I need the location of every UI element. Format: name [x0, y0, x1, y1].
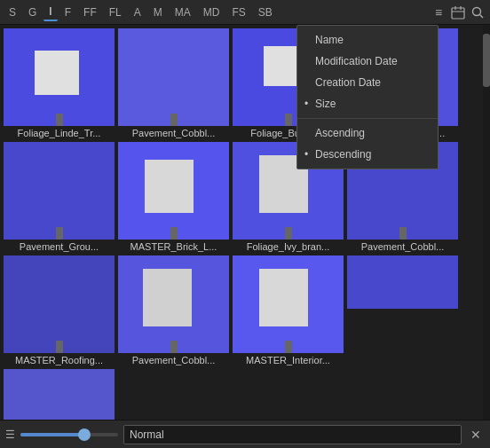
sort-ascending[interactable]: Ascending — [297, 122, 438, 144]
list-item[interactable]: Foliage_Linde_Tr... — [4, 28, 115, 138]
scrollbar-thumb[interactable] — [483, 34, 490, 87]
thumbnail-image — [347, 255, 458, 309]
svg-rect-0 — [452, 8, 464, 19]
zoom-slider-thumb[interactable] — [78, 428, 91, 441]
tab-M[interactable]: M — [148, 4, 168, 20]
tab-A[interactable]: A — [129, 4, 146, 20]
thumbnail-image — [4, 255, 115, 353]
thumbnail-label: MASTER_Interior... — [233, 355, 344, 365]
tab-FS[interactable]: FS — [226, 4, 250, 20]
calendar-icon[interactable] — [449, 4, 467, 21]
thumbnail-label: Pavement_Cobbl... — [118, 355, 229, 365]
sort-separator — [297, 118, 438, 119]
sort-by-size[interactable]: Size — [297, 93, 438, 114]
tab-FF[interactable]: FF — [78, 4, 102, 20]
search-icon[interactable] — [469, 4, 486, 21]
sort-icon[interactable]: ≡ — [430, 4, 447, 21]
tab-I[interactable]: I — [43, 4, 57, 21]
list-item[interactable]: Pavement_Cobbl... — [118, 255, 229, 365]
list-item[interactable]: Pavement_Grou... — [4, 142, 115, 252]
tab-FL[interactable]: FL — [104, 4, 127, 20]
blend-mode-input[interactable] — [123, 425, 462, 444]
sort-by-name[interactable]: Name — [297, 29, 438, 51]
thumbnail-image — [118, 255, 229, 353]
sort-descending[interactable]: Descending — [297, 144, 438, 165]
list-item[interactable]: MASTER_Roofing... — [4, 255, 115, 365]
tab-S[interactable]: S — [4, 4, 21, 20]
thumbnail-label: Foliage_Linde_Tr... — [4, 128, 115, 138]
thumbnail-image — [4, 369, 115, 420]
list-item[interactable] — [347, 255, 458, 365]
list-item[interactable]: MASTER_Interior... — [233, 255, 344, 365]
close-icon[interactable]: ✕ — [467, 428, 485, 442]
sort-by-creation-date[interactable]: Creation Date — [297, 72, 438, 93]
thumbnail-label: MASTER_Brick_L... — [118, 241, 229, 252]
tab-MD[interactable]: MD — [198, 4, 225, 20]
thumbnail-image — [4, 28, 115, 126]
sort-by-modification-date[interactable]: Modification Date — [297, 51, 438, 72]
tab-G[interactable]: G — [23, 4, 42, 20]
tab-SB[interactable]: SB — [253, 4, 278, 20]
bottom-bar: ☰ ✕ — [0, 420, 490, 448]
thumbnail-label: Pavement_Grou... — [4, 241, 115, 252]
tab-bar: S G I F FF FL A M MA MD FS SB ≡ — [0, 0, 490, 25]
svg-line-5 — [480, 14, 484, 18]
tab-MA[interactable]: MA — [170, 4, 196, 20]
zoom-slider-track[interactable] — [20, 433, 118, 436]
thumbnail-label: Pavement_Cobbl... — [347, 241, 458, 252]
list-icon[interactable]: ☰ — [5, 428, 15, 441]
zoom-slider-container — [20, 433, 118, 436]
list-item[interactable]: Pavement_Cobbl... — [118, 28, 229, 138]
thumbnail-label: MASTER_Roofing... — [4, 355, 115, 365]
thumbnail-label: Foliage_Ivy_bran... — [233, 241, 344, 252]
thumbnail-image — [4, 142, 115, 240]
sort-dropdown: Name Modification Date Creation Date Siz… — [296, 25, 439, 169]
list-item[interactable]: MASTER_Brick_L... — [118, 142, 229, 252]
scrollbar[interactable] — [483, 25, 490, 420]
tab-F[interactable]: F — [59, 4, 76, 20]
svg-point-4 — [473, 7, 481, 15]
thumbnail-image — [118, 28, 229, 126]
thumbnail-image — [118, 142, 229, 240]
thumbnail-image — [233, 255, 344, 353]
list-item[interactable] — [4, 369, 115, 420]
zoom-slider-fill — [20, 433, 84, 436]
thumbnail-label: Pavement_Cobbl... — [118, 128, 229, 138]
